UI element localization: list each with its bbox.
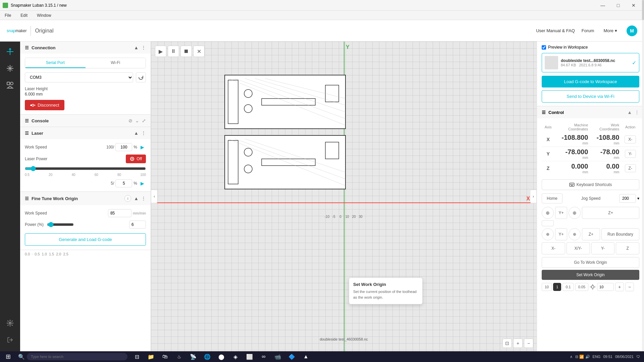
taskbar-chrome-btn[interactable]: ⬤ bbox=[215, 351, 228, 362]
stop-btn[interactable]: ⏹ bbox=[180, 46, 192, 57]
y-action-btn[interactable]: Y- bbox=[625, 150, 636, 158]
taskbar-steam-btn[interactable]: ♨ bbox=[172, 351, 186, 362]
menu-edit[interactable]: Edit bbox=[18, 12, 30, 19]
right-scrollbar[interactable] bbox=[642, 42, 644, 351]
taskbar-explorer-btn[interactable]: 📁 bbox=[144, 351, 158, 362]
generate-btn[interactable]: Generate and Load G-code bbox=[25, 233, 146, 246]
fine-power-input[interactable] bbox=[129, 221, 146, 229]
go-work-origin-btn[interactable]: Go To Work Origin bbox=[542, 257, 639, 268]
taskbar-store-btn[interactable]: 🛍 bbox=[158, 351, 172, 362]
maximize-btn[interactable]: □ bbox=[610, 0, 626, 11]
preview-checkbox[interactable] bbox=[542, 45, 546, 50]
laser-off-btn[interactable]: Off bbox=[126, 155, 146, 163]
info-btn[interactable]: i bbox=[124, 195, 131, 202]
zoom-out-btn[interactable]: − bbox=[524, 339, 533, 348]
jog-circle-btn[interactable]: ⊕ bbox=[542, 228, 554, 240]
forum-link[interactable]: Forum bbox=[582, 28, 594, 33]
run-boundary-btn-2[interactable]: Run Boundary bbox=[601, 228, 639, 240]
z-btn[interactable]: Z bbox=[616, 242, 639, 254]
taskbar-chevron[interactable]: ∧ bbox=[570, 355, 573, 359]
close-btn[interactable]: ✕ bbox=[626, 0, 641, 11]
snowflake-icon[interactable] bbox=[3, 62, 17, 75]
jog-speed-dropdown-icon[interactable]: ▾ bbox=[637, 196, 639, 201]
fine-power-slider[interactable] bbox=[47, 222, 74, 227]
step-1-btn[interactable]: 1 bbox=[553, 283, 561, 291]
taskbar-search-btn[interactable]: 🔍 bbox=[16, 351, 27, 362]
cancel-btn[interactable]: ✕ bbox=[193, 46, 205, 57]
run-boundary-btn[interactable] bbox=[542, 220, 554, 226]
refresh-btn[interactable] bbox=[136, 72, 146, 82]
control-collapse-icon[interactable]: ▲ bbox=[627, 110, 632, 115]
y-minus-btn[interactable]: Y- bbox=[591, 242, 615, 254]
step-plus-btn[interactable]: + bbox=[615, 283, 624, 291]
logout-icon[interactable] bbox=[3, 333, 17, 347]
play-btn[interactable]: ▶ bbox=[155, 46, 166, 57]
control-dots-icon[interactable]: ⋮ bbox=[635, 110, 639, 115]
settings-icon[interactable] bbox=[3, 316, 17, 330]
step-01-btn[interactable]: 0.1 bbox=[562, 283, 574, 291]
power-value-input[interactable] bbox=[115, 179, 132, 187]
x-action-btn[interactable]: X- bbox=[625, 135, 636, 143]
z-plus-btn-2[interactable]: Z+ bbox=[582, 228, 600, 240]
wifi-tab[interactable]: Wi-Fi bbox=[86, 58, 146, 68]
taskbar-firefox-btn[interactable]: 🌐 bbox=[201, 351, 214, 362]
zoom-in-btn[interactable]: + bbox=[513, 339, 523, 348]
minimize-btn[interactable]: — bbox=[595, 0, 610, 11]
taskbar-arduino-btn[interactable]: ∞ bbox=[257, 351, 270, 362]
home-btn[interactable]: Home bbox=[542, 193, 562, 203]
collapse-icon[interactable]: ▲ bbox=[134, 45, 139, 50]
start-btn[interactable]: ⊞ bbox=[0, 351, 16, 362]
load-gcode-btn[interactable]: Load G-code to Workspace bbox=[542, 76, 639, 87]
menu-file[interactable]: File bbox=[3, 12, 13, 19]
user-avatar[interactable]: M bbox=[627, 25, 637, 36]
console-clear-icon[interactable]: ⊘ bbox=[128, 118, 132, 123]
step-minus-btn[interactable]: − bbox=[625, 283, 634, 291]
fine-speed-input[interactable] bbox=[108, 209, 131, 217]
more-btn[interactable]: More ▾ bbox=[601, 27, 620, 35]
step-005-btn[interactable]: 0.05 bbox=[575, 283, 588, 291]
fit-btn[interactable]: ⊡ bbox=[502, 339, 512, 348]
jog-speed-input[interactable] bbox=[619, 194, 636, 203]
y-plus-btn[interactable]: Y+ bbox=[555, 207, 567, 219]
y-plus-btn-2[interactable]: Y+ bbox=[555, 228, 567, 240]
taskbar-view-btn[interactable]: ⊟ bbox=[130, 351, 144, 362]
connection-header[interactable]: ☰ Connection ▲ ⋮ bbox=[20, 42, 151, 54]
x-minus-btn[interactable]: X- bbox=[542, 242, 565, 254]
collapse-left-arrow[interactable]: ‹ bbox=[151, 190, 158, 203]
taskbar-notification-icon[interactable]: 🗨 bbox=[636, 355, 640, 359]
laser-collapse-icon[interactable]: ▲ bbox=[134, 130, 139, 136]
send-wifi-btn[interactable]: Send to Device via Wi-Fi bbox=[542, 90, 639, 103]
jog-circle2-btn[interactable]: ⊕ bbox=[569, 228, 581, 240]
dots-icon[interactable]: ⋮ bbox=[141, 45, 146, 50]
shapes-icon[interactable] bbox=[3, 78, 17, 92]
fine-tune-dots-icon[interactable]: ⋮ bbox=[141, 196, 146, 201]
taskbar-edge-btn[interactable]: 🔷 bbox=[285, 351, 299, 362]
work-speed-input[interactable] bbox=[115, 143, 132, 151]
set-work-origin-btn[interactable]: Set Work Origin bbox=[542, 270, 639, 280]
menu-window[interactable]: Window bbox=[35, 12, 53, 19]
z-action-btn[interactable]: Z- bbox=[625, 164, 636, 172]
origin-btn[interactable]: ⊕ bbox=[542, 207, 554, 219]
keyboard-shortcuts-btn[interactable]: Keyboard Shortcuts bbox=[542, 179, 639, 190]
z-plus-btn[interactable]: Z+ bbox=[582, 207, 639, 219]
origin2-btn[interactable]: ⊕ bbox=[569, 207, 581, 219]
power-arrow-btn[interactable]: ▶ bbox=[139, 180, 146, 187]
pause-btn[interactable]: ⏸ bbox=[168, 46, 179, 57]
manual-link[interactable]: User Manual & FAQ bbox=[536, 28, 575, 33]
taskbar-zoom-btn[interactable]: 📹 bbox=[271, 351, 284, 362]
taskbar-ms-btn[interactable]: ⬜ bbox=[243, 351, 256, 362]
console-fullscreen-icon[interactable]: ⤢ bbox=[142, 118, 146, 123]
step-value-input[interactable] bbox=[597, 283, 614, 291]
axis-icon[interactable] bbox=[3, 45, 17, 58]
taskbar-wifi2-btn[interactable]: 📡 bbox=[186, 351, 200, 362]
taskbar-unknown-btn[interactable]: ▲ bbox=[299, 351, 313, 362]
com-select[interactable]: COM3 bbox=[25, 72, 133, 82]
laser-power-slider[interactable] bbox=[25, 166, 146, 171]
laser-dots-icon[interactable]: ⋮ bbox=[141, 130, 146, 136]
step-10-btn[interactable]: 10 bbox=[542, 283, 552, 291]
xy-btn[interactable]: X/Y- bbox=[567, 242, 590, 254]
taskbar-search-input[interactable] bbox=[27, 353, 127, 360]
console-expand-icon[interactable]: ⌄ bbox=[135, 118, 139, 123]
console-header[interactable]: ☰ Console ⊘ ⌄ ⤢ bbox=[20, 115, 151, 127]
taskbar-figma-btn[interactable]: ◈ bbox=[229, 351, 242, 362]
